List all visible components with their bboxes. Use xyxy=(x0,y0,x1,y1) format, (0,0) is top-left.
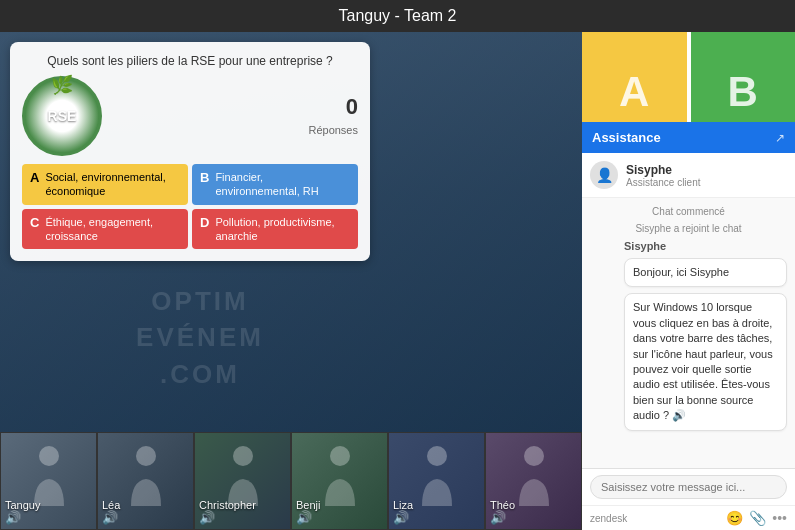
participant-benji[interactable]: Benji 🔊 xyxy=(291,432,388,530)
quiz-overlay: Quels sont les piliers de la RSE pour un… xyxy=(10,42,370,261)
system-msg-chat-started: Chat commencé xyxy=(590,206,787,217)
external-link-icon[interactable]: ↗ xyxy=(775,131,785,145)
chat-input[interactable] xyxy=(590,475,787,499)
agent-info: 👤 Sisyphe Assistance client xyxy=(582,153,795,198)
responses-label: Réponses xyxy=(308,124,358,136)
chat-header-title: Assistance xyxy=(592,130,661,145)
participant-benji-mic: 🔊 xyxy=(296,510,312,525)
agent-name: Sisyphe xyxy=(626,163,700,177)
option-c-text: Éthique, engagement, croissance xyxy=(45,215,180,244)
rse-circle: 🌿 RSE xyxy=(22,76,102,156)
participant-lea-mic: 🔊 xyxy=(102,510,118,525)
emoji-icon[interactable]: 😊 xyxy=(726,510,743,526)
zendesk-label: zendesk xyxy=(590,513,627,524)
svg-point-2 xyxy=(233,446,253,466)
more-icon[interactable]: ••• xyxy=(772,510,787,526)
participant-christopher[interactable]: Christopher 🔊 xyxy=(194,432,291,530)
main-video: OPTIMEVÉNEM.COM Quels sont les piliers d… xyxy=(0,32,582,432)
agent-details: Sisyphe Assistance client xyxy=(626,163,700,188)
quiz-options: A Social, environnemental, économique B … xyxy=(22,164,358,249)
agent-name-label: Sisyphe xyxy=(590,240,787,252)
block-a-letter: A xyxy=(582,32,687,122)
rse-text: RSE xyxy=(48,108,77,124)
agent-role: Assistance client xyxy=(626,177,700,188)
participant-theo-mic: 🔊 xyxy=(490,510,506,525)
quiz-option-a[interactable]: A Social, environnemental, économique xyxy=(22,164,188,205)
quiz-option-c[interactable]: C Éthique, engagement, croissance xyxy=(22,209,188,250)
svg-point-5 xyxy=(524,446,544,466)
participant-tanguy-mic: 🔊 xyxy=(5,510,21,525)
watermark: OPTIMEVÉNEM.COM xyxy=(136,283,264,392)
title-bar: Tanguy - Team 2 xyxy=(0,0,795,32)
participant-theo[interactable]: Théo 🔊 xyxy=(485,432,582,530)
block-b-letter: B xyxy=(691,32,796,122)
block-green: B xyxy=(691,32,796,122)
quiz-image-area: 🌿 RSE 0 Réponses xyxy=(22,76,358,156)
agent-avatar: 👤 xyxy=(590,161,618,189)
responses-number: 0 xyxy=(308,94,358,120)
option-d-text: Pollution, productivisme, anarchie xyxy=(215,215,350,244)
option-a-letter: A xyxy=(30,170,39,185)
participant-christopher-mic: 🔊 xyxy=(199,510,215,525)
video-area: OPTIMEVÉNEM.COM Quels sont les piliers d… xyxy=(0,32,582,530)
participant-liza-mic: 🔊 xyxy=(393,510,409,525)
participant-lea[interactable]: Léa 🔊 xyxy=(97,432,194,530)
quiz-question: Quels sont les piliers de la RSE pour un… xyxy=(22,54,358,68)
chat-footer: zendesk 😊 📎 ••• xyxy=(582,505,795,530)
participant-tanguy[interactable]: Tanguy 🔊 xyxy=(0,432,97,530)
option-c-letter: C xyxy=(30,215,39,230)
chat-header: Assistance ↗ xyxy=(582,122,795,153)
svg-point-4 xyxy=(427,446,447,466)
chat-input-area xyxy=(582,468,795,505)
chat-message-2: Sur Windows 10 lorsque vous cliquez en b… xyxy=(624,293,787,430)
block-yellow: A xyxy=(582,32,687,122)
system-msg-joined: Sisyphe a rejoint le chat xyxy=(590,223,787,234)
main-layout: OPTIMEVÉNEM.COM Quels sont les piliers d… xyxy=(0,32,795,530)
option-b-letter: B xyxy=(200,170,209,185)
svg-point-0 xyxy=(39,446,59,466)
option-a-text: Social, environnemental, économique xyxy=(45,170,180,199)
footer-icons: 😊 📎 ••• xyxy=(726,510,787,526)
bottom-strip: Tanguy 🔊 Léa 🔊 xyxy=(0,432,582,530)
chat-message-1: Bonjour, ici Sisyphe xyxy=(624,258,787,287)
right-panel: A B Assistance ↗ 👤 Sisyphe Assistance cl… xyxy=(582,32,795,530)
rse-leaves: 🌿 xyxy=(51,74,73,96)
attachment-icon[interactable]: 📎 xyxy=(749,510,766,526)
svg-point-3 xyxy=(330,446,350,466)
quiz-option-d[interactable]: D Pollution, productivisme, anarchie xyxy=(192,209,358,250)
chat-body[interactable]: Chat commencé Sisyphe a rejoint le chat … xyxy=(582,198,795,468)
color-blocks: A B xyxy=(582,32,795,122)
option-b-text: Financier, environnemental, RH xyxy=(215,170,350,199)
responses-count: 0 Réponses xyxy=(308,94,358,138)
window-title: Tanguy - Team 2 xyxy=(339,7,457,25)
quiz-option-b[interactable]: B Financier, environnemental, RH xyxy=(192,164,358,205)
option-d-letter: D xyxy=(200,215,209,230)
participant-liza[interactable]: Liza 🔊 xyxy=(388,432,485,530)
svg-point-1 xyxy=(136,446,156,466)
